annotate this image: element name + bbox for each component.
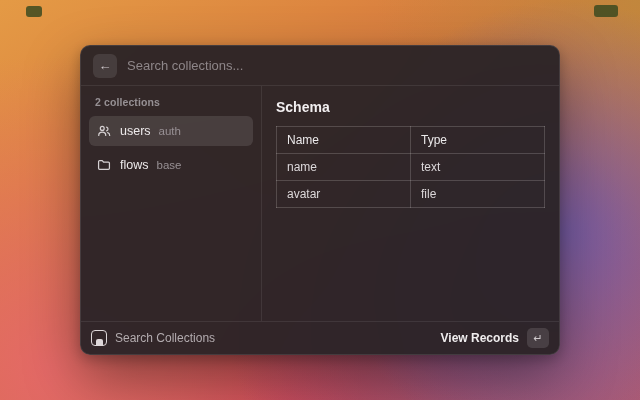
column-header-name: Name <box>277 127 411 154</box>
desktop-icon <box>594 5 618 17</box>
desktop-icon <box>26 6 42 17</box>
enter-key-icon: ↵ <box>527 328 549 348</box>
cell-field-name: name <box>277 154 411 181</box>
sidebar-item-label: flows <box>120 158 148 172</box>
cell-field-type: text <box>411 154 545 181</box>
schema-panel: Schema Name Type name text <box>262 86 559 321</box>
back-button[interactable]: ← <box>93 54 117 78</box>
cell-field-name: avatar <box>277 181 411 208</box>
back-arrow-icon: ← <box>99 58 112 73</box>
folder-icon <box>96 157 112 173</box>
sidebar-item-flows[interactable]: flows base <box>89 150 253 180</box>
column-header-type: Type <box>411 127 545 154</box>
view-records-button[interactable]: View Records <box>441 331 519 345</box>
extension-logo-icon <box>91 330 107 346</box>
sidebar-item-users[interactable]: users auth <box>89 116 253 146</box>
window-footer: Search Collections View Records ↵ <box>81 321 559 354</box>
enter-key-glyph: ↵ <box>533 332 542 345</box>
table-header-row: Name Type <box>277 127 545 154</box>
users-icon <box>96 123 112 139</box>
sidebar-item-label: users <box>120 124 151 138</box>
footer-app-label: Search Collections <box>115 331 215 345</box>
sidebar-item-suffix: auth <box>159 125 181 137</box>
window-body: 2 collections users auth <box>81 86 559 321</box>
sidebar-item-suffix: base <box>156 159 181 171</box>
schema-table: Name Type name text avatar file <box>276 126 545 208</box>
footer-actions: View Records ↵ <box>441 328 549 348</box>
command-palette-window: ← Search collections... 2 collections <box>80 45 560 355</box>
search-header: ← Search collections... <box>81 46 559 86</box>
table-row: avatar file <box>277 181 545 208</box>
footer-app: Search Collections <box>91 330 215 346</box>
panel-title: Schema <box>276 99 545 115</box>
cell-field-type: file <box>411 181 545 208</box>
desktop-wallpaper: ← Search collections... 2 collections <box>0 0 640 400</box>
table-row: name text <box>277 154 545 181</box>
collections-count-label: 2 collections <box>89 94 253 116</box>
search-input[interactable]: Search collections... <box>127 58 243 73</box>
collections-sidebar: 2 collections users auth <box>81 86 262 321</box>
